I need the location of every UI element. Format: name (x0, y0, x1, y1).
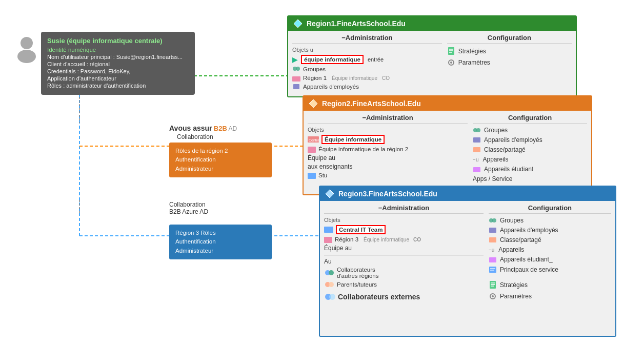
svg-point-41 (329, 270, 334, 275)
region3-role-line3: Administrateur (175, 247, 266, 255)
region3-region3-icon (324, 236, 332, 243)
region2-apps-service: Apps / Service (473, 175, 587, 182)
region2-groupes-label: Groupes (484, 127, 508, 134)
region3-appareils-employes: Appareils d'employés (489, 227, 611, 234)
region3-co: CO (413, 237, 421, 242)
region1-appareils-label: Appareils d'employés (303, 84, 359, 90)
region2-stu-icon (308, 172, 316, 179)
region2-body: −Administration Objets Central Dispatch … (304, 111, 591, 191)
svg-point-43 (329, 282, 334, 287)
svg-rect-15 (293, 84, 299, 89)
region3-collaborateurs-autres-label: Collaborateursd'autres régions (337, 267, 378, 279)
region2-role-line1: Rôles de la région 2 (175, 147, 266, 155)
region3-appareils-label: Appareils (498, 246, 524, 253)
region1-obj-region1: Région 1 Équipe informatique CO (292, 74, 442, 82)
region1-objects-label: Objets u (292, 47, 442, 53)
region2-admin: −Administration Objets Central Dispatch … (308, 114, 468, 188)
region2-appareils-label: Appareils (482, 156, 508, 163)
region3-objects-label: Objets (324, 217, 484, 223)
region3-strategies-label: Stratégies (500, 281, 528, 289)
region3-strategies-section: Stratégies Paramètres (489, 280, 611, 303)
region1-gear-icon (447, 58, 455, 67)
region2-apps-label: Apps / Service (473, 175, 512, 182)
region3-parametres-label: Paramètres (500, 293, 532, 300)
region3-role-line1: Région 3 Rôles (175, 229, 266, 237)
svg-rect-25 (308, 147, 316, 153)
region1-strategies-label: Stratégies (458, 48, 486, 55)
svg-point-59 (492, 295, 494, 297)
region2-obj-equipe2: Équipe informatique de la région 2 (308, 146, 468, 153)
svg-rect-38 (324, 227, 333, 233)
region2-collab-box: Rôles de la région 2 Authentification Ad… (169, 143, 272, 177)
svg-text:Central Dispatch: Central Dispatch (309, 138, 319, 143)
region3-parents-label: Parents/tuteurs (337, 281, 377, 288)
svg-point-47 (492, 218, 496, 222)
region2-role-line3: Administrateur (175, 165, 266, 173)
svg-rect-29 (473, 137, 480, 143)
region1-obj-groupes: Groupes (292, 66, 442, 73)
region2-groupes: Groupes (473, 127, 587, 134)
collaboration-label-1: Collaboration (177, 133, 213, 140)
identity-client: Client d'accueil : régional (47, 61, 189, 67)
region3-titlebar: Region3.FineArtsSchool.Edu (320, 187, 615, 201)
region3-parametres: Paramètres (489, 292, 611, 300)
svg-rect-30 (473, 147, 480, 152)
region1-groupes-icon (292, 66, 300, 73)
region3-window: Region3.FineArtsSchool.Edu −Administrati… (319, 186, 616, 337)
b2b-label-area: Avous assur B2B AD (169, 124, 237, 132)
region2-classe-label: Classe/partagé (484, 146, 526, 153)
region2-appareils-etudiant-icon (473, 166, 481, 173)
region3-classe-icon (489, 236, 497, 243)
region3-classe-label: Classe/partagé (500, 236, 541, 243)
region1-titlebar: Region1.FineArtsSchool.Edu (288, 16, 576, 31)
region3-groupes: Groupes (489, 217, 611, 224)
region2-objects-label: Objets (308, 127, 468, 133)
svg-point-9 (21, 37, 33, 49)
region1-strategies-icon (447, 47, 455, 56)
region2-obj-central: Central Dispatch Équipe informatique (308, 135, 468, 144)
region2-central-icon: Central Dispatch (308, 135, 319, 144)
region3-collab-label: Collaboration B2B Azure AD (169, 201, 208, 215)
identity-app: Application d'authenticateur (47, 75, 189, 82)
person-icon (14, 35, 39, 63)
region1-obj-equipe: ▶ équipe informatique entrée (292, 55, 442, 64)
region2-title: Region2.FineArtsSchool.Edu (322, 99, 421, 108)
svg-point-28 (476, 128, 480, 132)
svg-rect-26 (308, 173, 316, 179)
region3-central-it-icon (324, 226, 333, 234)
region1-sub-label: Région 1 (303, 75, 327, 81)
b2b-text: B2B (214, 125, 227, 132)
region1-sub-icon (292, 74, 300, 82)
region2-appareils-employes-label: Appareils d'employés (484, 136, 542, 144)
entry-arrow-icon: ▶ (292, 56, 297, 64)
region3-collabs-icon (324, 269, 334, 277)
region1-equipe-sub: Équipe informatique (332, 75, 377, 81)
region3-obj-region3: Région 3 Équipe informatique CO (324, 236, 484, 243)
region3-appareils: −u Appareils (489, 246, 611, 253)
region1-admin-title: −Administration (292, 34, 442, 44)
region1-diamond-icon (293, 19, 303, 28)
identity-credentials: Credentials : Password, EidoKey, (47, 68, 189, 74)
region2-equipe2-label: Équipe informatique de la région 2 (318, 146, 408, 152)
region1-groupes-label: Groupes (303, 66, 326, 72)
region3-diamond-icon (325, 189, 334, 198)
region2-stu: Stu (308, 172, 468, 179)
region3-appareils-employes-icon (489, 227, 497, 234)
identity-card: Susie (équipe informatique centrale) Ide… (41, 32, 195, 95)
identity-username: Nom d'utilisateur principal : Susie@regi… (47, 54, 189, 60)
region3-appareils-employes-label: Appareils d'employés (500, 227, 558, 234)
region3-groupes-label: Groupes (500, 217, 524, 224)
region3-appareils-etudiant-icon (489, 256, 497, 263)
region2-appareils-etudiant: Appareils étudiant (473, 166, 587, 173)
region2-titlebar: Region2.FineArtsSchool.Edu (304, 96, 591, 111)
region1-equipe-highlighted: équipe informatique (301, 55, 364, 64)
svg-marker-22 (309, 99, 317, 108)
region3-parents: Parents/tuteurs (324, 280, 484, 289)
region2-classe-icon (473, 146, 481, 153)
svg-point-21 (450, 62, 452, 64)
region3-collab-box: Région 3 Rôles Authentification Administ… (169, 225, 272, 259)
region2-appareils-etudiant-label: Appareils étudiant (484, 166, 533, 173)
region2-groupes-icon (473, 127, 481, 134)
svg-rect-50 (489, 257, 496, 262)
identity-roles: Rôles : administrateur d'authentificatio… (47, 83, 189, 89)
